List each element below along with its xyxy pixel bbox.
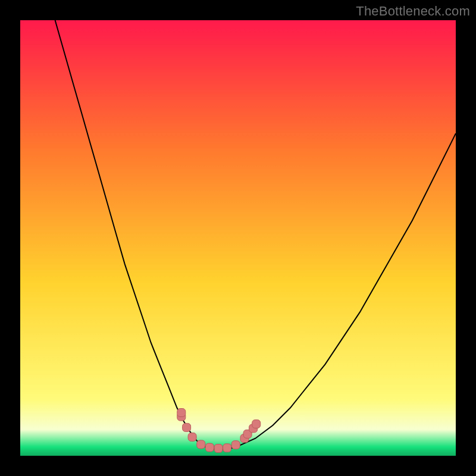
curve-marker — [205, 443, 214, 452]
curve-marker — [214, 444, 223, 453]
curve-marker — [197, 440, 205, 449]
chart-frame: TheBottleneck.com — [0, 0, 476, 476]
curve-marker — [223, 444, 231, 452]
curve-marker — [252, 420, 261, 428]
curve-marker — [177, 409, 186, 417]
curve-marker — [183, 423, 191, 431]
plot-area — [20, 20, 456, 456]
curve-marker — [231, 441, 240, 449]
gradient-background — [20, 20, 456, 456]
curve-marker — [188, 433, 196, 441]
watermark-text: TheBottleneck.com — [356, 4, 470, 19]
bottleneck-chart — [20, 20, 456, 456]
